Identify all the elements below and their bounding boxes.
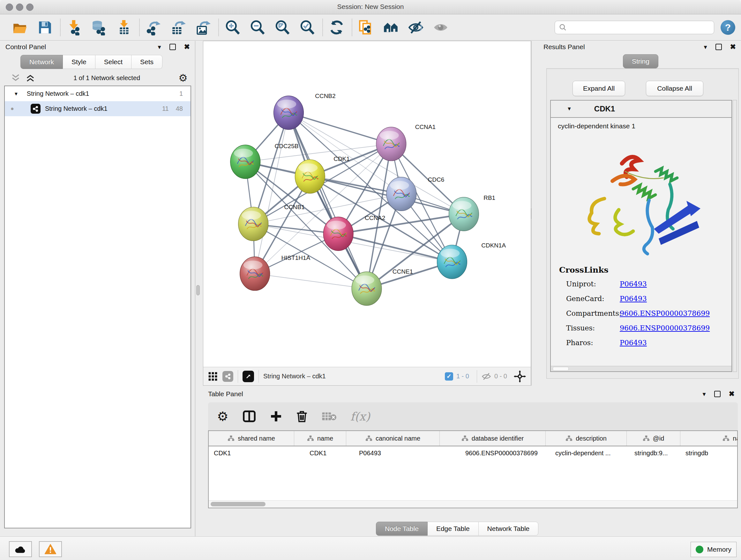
table-horizontal-scrollbar[interactable]	[209, 500, 737, 508]
panel-float-icon[interactable]	[170, 44, 176, 50]
card-horizontal-scrollbar[interactable]	[551, 366, 731, 371]
network-options-gear-icon[interactable]: ⚙	[179, 72, 188, 84]
panel-close-icon[interactable]: ✖	[730, 44, 736, 51]
import-network-button[interactable]	[66, 18, 83, 37]
zoom-fit-button[interactable]	[274, 18, 291, 37]
grid-view-icon[interactable]	[208, 371, 218, 381]
gene-expander-icon[interactable]: ▼	[567, 106, 572, 112]
hide-selected-button[interactable]	[407, 18, 424, 37]
network-edge[interactable]	[255, 113, 289, 273]
fit-selected-crosshair-icon[interactable]	[514, 370, 526, 383]
card-vertical-scrollbar[interactable]	[733, 100, 737, 372]
expand-all-networks-icon[interactable]	[25, 74, 35, 82]
panel-close-icon[interactable]: ✖	[729, 390, 735, 397]
network-node[interactable]: CCNA1	[376, 124, 435, 161]
clone-network-icon	[358, 19, 374, 36]
panel-collapse-icon[interactable]: ▾	[158, 44, 161, 50]
network-status-dot: ●	[10, 105, 14, 112]
pharos-link[interactable]: P06493	[620, 339, 647, 347]
tab-network-table[interactable]: Network Table	[479, 522, 539, 536]
panel-close-icon[interactable]: ✖	[184, 44, 190, 51]
column-header[interactable]: shared name	[209, 431, 294, 446]
delete-table-icon[interactable]	[322, 411, 336, 422]
function-builder-button[interactable]: f(x)	[350, 410, 370, 423]
gene-card-header[interactable]: ▼ CDK1	[551, 101, 731, 118]
tab-network[interactable]: Network	[20, 55, 63, 69]
zoom-in-button[interactable]	[224, 18, 241, 37]
network-node[interactable]: CDKN1A	[437, 242, 506, 279]
tab-node-table[interactable]: Node Table	[376, 522, 428, 536]
panel-collapse-icon[interactable]: ▾	[703, 391, 706, 397]
left-splitter-handle[interactable]	[196, 285, 200, 295]
refresh-view-button[interactable]	[328, 18, 345, 37]
show-columns-icon[interactable]	[243, 410, 256, 422]
compartments-link[interactable]: 9606.ENSP00000378699	[620, 309, 710, 317]
help-button[interactable]: ?	[721, 20, 735, 35]
import-table-button[interactable]	[116, 18, 133, 37]
column-header[interactable]: name	[294, 431, 346, 446]
network-row[interactable]: ● String Network – cdk1 11 48	[5, 101, 191, 116]
delete-column-icon[interactable]	[296, 410, 308, 423]
zoom-selected-button[interactable]	[299, 18, 316, 37]
panel-float-icon[interactable]	[716, 44, 722, 50]
import-network-from-database-button[interactable]	[91, 18, 108, 37]
tab-select[interactable]: Select	[95, 55, 131, 69]
collapse-all-networks-icon[interactable]	[11, 74, 20, 82]
network-node[interactable]: CDC25B	[230, 143, 299, 179]
network-node[interactable]: CCNE1	[352, 268, 413, 306]
column-header[interactable]: database identifier	[440, 431, 546, 446]
panel-float-icon[interactable]	[714, 391, 721, 397]
network-node[interactable]: HIST1H1A	[240, 254, 311, 291]
tab-string[interactable]: String	[623, 54, 658, 68]
export-image-button[interactable]	[195, 18, 212, 37]
show-all-button[interactable]	[432, 18, 449, 37]
tissues-link[interactable]: 9606.ENSP00000378699	[620, 324, 710, 332]
memory-button[interactable]: Memory	[690, 542, 737, 557]
cloud-status-button[interactable]	[9, 541, 32, 557]
network-edge[interactable]	[255, 273, 367, 289]
network-collection-row[interactable]: ▼ String Network – cdk1 1	[5, 86, 191, 101]
clone-network-button[interactable]	[357, 18, 375, 37]
network-canvas[interactable]: CCNB2CCNA1CDC25BCDK1CDC6RB1CCNB1CCNA2HIS…	[203, 41, 531, 367]
tab-style[interactable]: Style	[63, 55, 95, 69]
table-row[interactable]: CDK1 CDK1 P06493 9606.ENSP00000378699 cy…	[209, 446, 738, 460]
open-session-button[interactable]	[11, 18, 29, 37]
network-node[interactable]: RB1	[449, 194, 495, 231]
tab-sets[interactable]: Sets	[131, 55, 162, 69]
zoom-out-button[interactable]	[249, 18, 266, 37]
add-column-icon[interactable]	[270, 410, 282, 422]
network-node[interactable]: CDC6	[387, 176, 444, 211]
warnings-button[interactable]	[39, 541, 62, 557]
table-options-gear-icon[interactable]: ⚙	[217, 409, 228, 424]
birds-eye-view-icon[interactable]	[243, 371, 254, 382]
network-edge[interactable]	[288, 113, 367, 289]
network-share-view-icon[interactable]	[222, 371, 233, 382]
export-network-button[interactable]	[145, 18, 162, 37]
selected-checkbox-icon[interactable]: ✓	[445, 372, 453, 381]
collapse-all-button[interactable]: Collapse All	[646, 81, 703, 96]
export-table-button[interactable]	[170, 18, 187, 37]
network-edge[interactable]	[255, 144, 391, 273]
expand-all-button[interactable]: Expand All	[572, 81, 625, 96]
first-neighbors-button[interactable]	[382, 18, 400, 37]
database-import-icon	[91, 19, 107, 36]
search-input[interactable]	[567, 23, 705, 31]
network-edge[interactable]	[338, 234, 452, 262]
column-header[interactable]: description	[546, 431, 627, 446]
toolbar-separator	[60, 19, 61, 36]
column-header[interactable]: canonical name	[346, 431, 440, 446]
save-session-button[interactable]	[37, 18, 54, 37]
crosslinks-title: CrossLinks	[551, 265, 731, 274]
genecard-link[interactable]: P06493	[620, 295, 647, 303]
column-header[interactable]: namespace	[680, 431, 738, 446]
tab-edge-table[interactable]: Edge Table	[428, 522, 479, 536]
network-edge[interactable]	[288, 113, 391, 144]
string-results-container: Expand All Collapse All ▼ CDK1 cyclin-de…	[546, 68, 739, 379]
collection-expander-icon[interactable]: ▼	[14, 91, 18, 97]
table-toolbar: ⚙ f(x)	[208, 402, 738, 430]
uniprot-link[interactable]: P06493	[620, 280, 647, 288]
search-box[interactable]	[555, 21, 714, 34]
panel-collapse-icon[interactable]: ▾	[704, 44, 707, 50]
column-header[interactable]: @id	[627, 431, 680, 446]
hidden-eye-icon[interactable]	[482, 372, 491, 381]
